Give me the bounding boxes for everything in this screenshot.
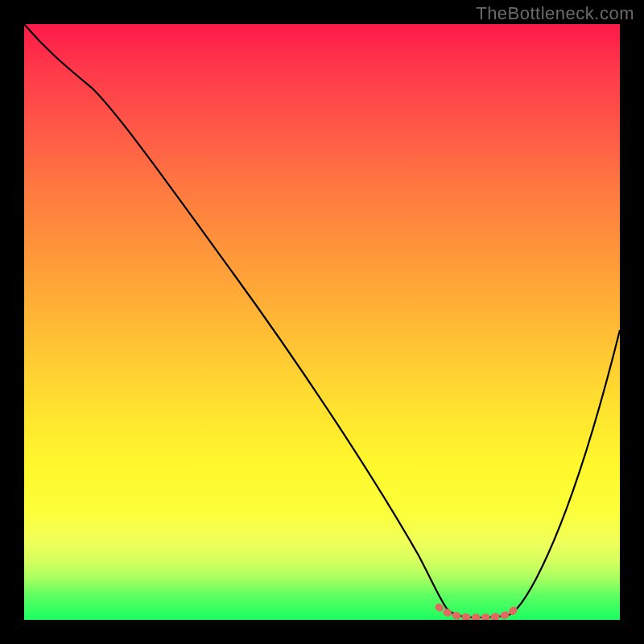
curve-layer: [24, 24, 620, 620]
watermark-text: TheBottleneck.com: [476, 3, 634, 24]
chart-frame: TheBottleneck.com: [0, 0, 644, 644]
plot-area: [24, 24, 620, 620]
bottleneck-curve: [24, 24, 620, 617]
sweet-spot-highlight: [439, 607, 515, 617]
